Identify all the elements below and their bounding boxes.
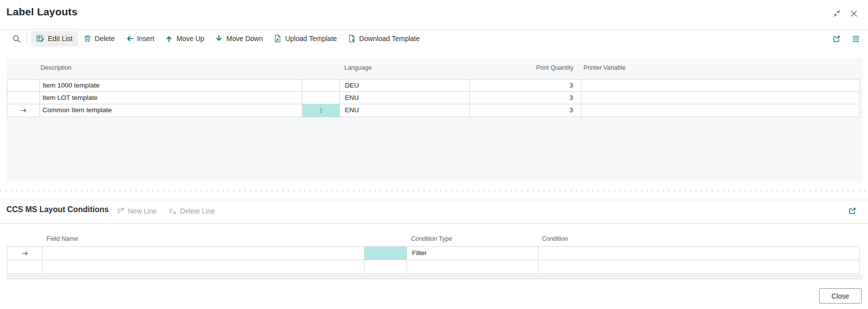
arrow-up-icon [165, 35, 173, 43]
selected-row-arrow-icon [21, 250, 29, 257]
upload-template-button[interactable]: Upload Template [268, 31, 342, 46]
delete-line-button[interactable]: Delete Line [168, 207, 215, 215]
dotted-separator [0, 190, 868, 191]
document-upload-icon [274, 35, 282, 43]
options-cell[interactable] [365, 260, 407, 273]
language-cell[interactable]: ENU [340, 92, 470, 104]
column-header-language[interactable]: Language [344, 64, 372, 71]
move-down-button[interactable]: Move Down [209, 31, 268, 46]
options-cell-active[interactable] [302, 104, 340, 117]
row-selector-cell[interactable] [7, 260, 42, 273]
table-row[interactable] [7, 260, 859, 273]
delete-button[interactable]: Delete [78, 31, 120, 46]
arrow-down-icon [215, 35, 223, 43]
printer-variable-cell[interactable] [581, 80, 859, 91]
action-toolbar: Edit List Delete Insert Move Up Move Dow… [0, 30, 868, 47]
download-template-button[interactable]: Download Template [342, 31, 425, 46]
move-up-button[interactable]: Move Up [160, 31, 209, 46]
horizontal-scrollbar[interactable] [6, 275, 863, 279]
section-top-border [0, 200, 868, 200]
delete-line-icon [168, 207, 176, 215]
conditions-share-button[interactable] [847, 205, 858, 216]
move-down-label: Move Down [226, 35, 263, 43]
column-header-print-quantity[interactable]: Print Quantity [469, 64, 574, 71]
conditions-actions: New Line Delete Line [117, 204, 215, 219]
collapse-window-button[interactable] [830, 7, 843, 20]
section-divider [110, 206, 110, 217]
description-cell[interactable]: Item LOT template [40, 92, 302, 104]
condition-cell[interactable] [538, 247, 859, 260]
options-cell[interactable] [302, 80, 340, 91]
table-row-selected[interactable]: Filter [7, 247, 859, 260]
close-button[interactable]: Close [819, 288, 862, 304]
print-quantity-cell[interactable]: 3 [470, 80, 581, 91]
column-header-condition-type[interactable]: Condition Type [411, 235, 452, 242]
table-row[interactable]: Item LOT template ENU 3 [7, 92, 859, 104]
insert-label: Insert [137, 35, 154, 43]
field-name-cell[interactable] [42, 260, 365, 273]
layouts-table-panel [6, 58, 863, 181]
share-icon [832, 34, 841, 43]
label-layouts-table: Item 1000 template DEU 3 Item LOT templa… [7, 79, 860, 117]
column-header-printer-variable[interactable]: Printer Variable [583, 64, 625, 71]
share-button[interactable] [831, 33, 842, 44]
section-bottom-border [0, 223, 868, 224]
download-template-label: Download Template [359, 35, 420, 43]
description-cell[interactable]: Item 1000 template [40, 80, 302, 91]
options-cell[interactable] [302, 92, 340, 104]
share-icon [848, 206, 857, 215]
edit-list-label: Edit List [48, 35, 73, 43]
close-icon [850, 9, 858, 18]
table-row[interactable]: Item 1000 template DEU 3 [7, 80, 859, 92]
row-selector-cell[interactable] [7, 92, 40, 104]
new-line-icon [117, 207, 124, 215]
list-view-button[interactable] [851, 34, 861, 44]
label-layouts-dialog: Label Layouts Edit List Delete Insert Mo… [0, 0, 868, 309]
language-cell[interactable]: DEU [340, 80, 470, 91]
page-title: Label Layouts [6, 6, 78, 18]
print-quantity-cell[interactable]: 3 [470, 92, 581, 104]
collapse-icon [833, 9, 841, 17]
search-icon [12, 35, 21, 43]
column-header-description[interactable]: Description [41, 64, 72, 71]
upload-template-label: Upload Template [285, 35, 337, 43]
table-row-selected[interactable]: Common Item template ENU 3 [7, 104, 859, 117]
description-cell[interactable]: Common Item template [40, 104, 302, 117]
printer-variable-cell[interactable] [581, 104, 859, 117]
new-line-label: New Line [128, 207, 157, 215]
condition-type-cell[interactable] [407, 260, 538, 273]
field-name-cell[interactable] [42, 247, 365, 260]
condition-cell[interactable] [538, 260, 859, 273]
search-button[interactable] [9, 31, 24, 46]
row-selector-cell[interactable] [7, 104, 40, 117]
document-download-icon [348, 35, 356, 43]
column-header-field-name[interactable]: Field Name [46, 235, 78, 242]
row-selector-cell[interactable] [7, 80, 40, 91]
toolbar-right-icons [831, 30, 861, 47]
row-selector-cell[interactable] [7, 247, 42, 260]
new-line-button[interactable]: New Line [117, 207, 157, 215]
condition-type-cell[interactable]: Filter [407, 247, 538, 260]
edit-list-icon [37, 35, 44, 43]
close-window-button[interactable] [847, 7, 860, 20]
list-view-icon [852, 35, 860, 43]
edit-list-button[interactable]: Edit List [31, 31, 78, 46]
arrow-left-icon [125, 35, 133, 43]
conditions-section-title: CCS MS Layout Conditions [6, 205, 109, 214]
trash-icon [83, 35, 91, 43]
options-cell-active[interactable] [365, 247, 407, 260]
column-header-condition[interactable]: Condition [542, 235, 568, 242]
toolbar-divider [27, 34, 27, 44]
move-up-label: Move Up [176, 35, 204, 43]
vertical-ellipsis-icon [318, 107, 325, 114]
delete-label: Delete [95, 35, 115, 43]
print-quantity-cell[interactable]: 3 [470, 104, 581, 117]
selected-row-arrow-icon [20, 107, 27, 114]
insert-button[interactable]: Insert [120, 31, 160, 46]
language-cell[interactable]: ENU [340, 104, 470, 117]
conditions-table: Filter [7, 246, 860, 274]
printer-variable-cell[interactable] [581, 92, 859, 104]
delete-line-label: Delete Line [180, 207, 215, 215]
